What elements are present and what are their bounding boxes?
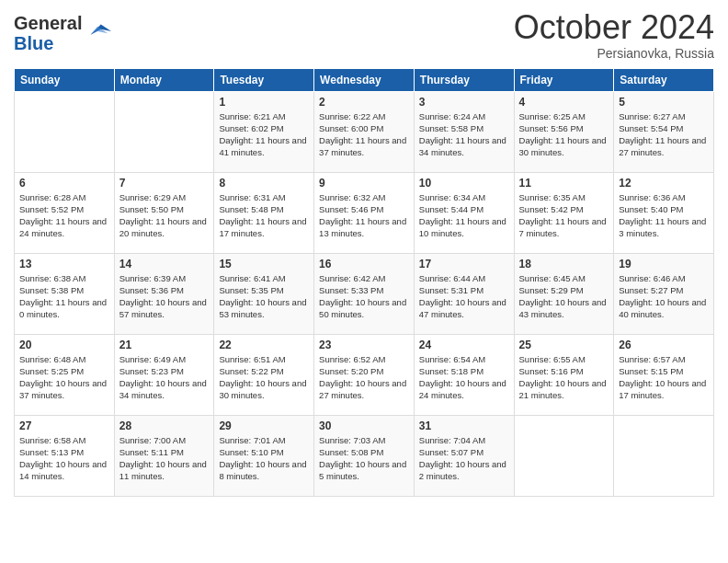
col-thursday: Thursday (414, 68, 514, 91)
day-number: 5 (619, 96, 709, 109)
day-cell (15, 91, 115, 172)
calendar-header: Sunday Monday Tuesday Wednesday Thursday… (15, 68, 714, 91)
day-info: Sunrise: 6:31 AM Sunset: 5:48 PM Dayligh… (219, 191, 309, 240)
day-cell (514, 415, 614, 496)
col-wednesday: Wednesday (314, 68, 415, 91)
day-cell: 14Sunrise: 6:39 AM Sunset: 5:36 PM Dayli… (114, 253, 214, 334)
week-row-4: 20Sunrise: 6:48 AM Sunset: 5:25 PM Dayli… (15, 334, 714, 415)
col-tuesday: Tuesday (214, 68, 314, 91)
day-cell: 3Sunrise: 6:24 AM Sunset: 5:58 PM Daylig… (414, 91, 514, 172)
day-info: Sunrise: 6:29 AM Sunset: 5:50 PM Dayligh… (119, 191, 210, 240)
day-cell: 15Sunrise: 6:41 AM Sunset: 5:35 PM Dayli… (214, 253, 314, 334)
day-info: Sunrise: 6:38 AM Sunset: 5:38 PM Dayligh… (19, 272, 109, 321)
day-info: Sunrise: 6:24 AM Sunset: 5:58 PM Dayligh… (419, 110, 509, 159)
day-cell: 13Sunrise: 6:38 AM Sunset: 5:38 PM Dayli… (15, 253, 115, 334)
day-number: 9 (319, 177, 409, 190)
day-info: Sunrise: 6:34 AM Sunset: 5:44 PM Dayligh… (419, 191, 509, 240)
day-cell: 27Sunrise: 6:58 AM Sunset: 5:13 PM Dayli… (15, 415, 115, 496)
day-cell: 23Sunrise: 6:52 AM Sunset: 5:20 PM Dayli… (314, 334, 415, 415)
col-monday: Monday (114, 68, 214, 91)
day-info: Sunrise: 7:03 AM Sunset: 5:08 PM Dayligh… (319, 434, 409, 483)
header: General Blue October 2024 Persianovka, R… (14, 9, 714, 61)
day-number: 17 (419, 258, 509, 270)
day-info: Sunrise: 6:55 AM Sunset: 5:16 PM Dayligh… (519, 353, 609, 402)
day-info: Sunrise: 6:44 AM Sunset: 5:31 PM Dayligh… (419, 272, 509, 321)
day-info: Sunrise: 6:32 AM Sunset: 5:46 PM Dayligh… (319, 191, 409, 240)
day-info: Sunrise: 6:48 AM Sunset: 5:25 PM Dayligh… (19, 353, 109, 402)
day-info: Sunrise: 6:39 AM Sunset: 5:36 PM Dayligh… (119, 272, 210, 321)
day-number: 22 (219, 339, 309, 351)
week-row-2: 6Sunrise: 6:28 AM Sunset: 5:52 PM Daylig… (15, 172, 714, 253)
day-cell: 25Sunrise: 6:55 AM Sunset: 5:16 PM Dayli… (514, 334, 614, 415)
day-cell: 5Sunrise: 6:27 AM Sunset: 5:54 PM Daylig… (614, 91, 714, 172)
title-block: October 2024 Persianovka, Russia (514, 9, 714, 61)
day-number: 18 (519, 258, 609, 270)
header-row: Sunday Monday Tuesday Wednesday Thursday… (15, 68, 714, 91)
day-info: Sunrise: 6:51 AM Sunset: 5:22 PM Dayligh… (219, 353, 309, 402)
day-cell: 16Sunrise: 6:42 AM Sunset: 5:33 PM Dayli… (314, 253, 415, 334)
day-cell: 26Sunrise: 6:57 AM Sunset: 5:15 PM Dayli… (614, 334, 714, 415)
day-cell: 31Sunrise: 7:04 AM Sunset: 5:07 PM Dayli… (414, 415, 514, 496)
col-friday: Friday (514, 68, 614, 91)
day-info: Sunrise: 6:54 AM Sunset: 5:18 PM Dayligh… (419, 353, 509, 402)
day-cell: 8Sunrise: 6:31 AM Sunset: 5:48 PM Daylig… (214, 172, 314, 253)
day-number: 1 (219, 96, 309, 109)
logo-line2: Blue (14, 33, 53, 53)
day-cell: 19Sunrise: 6:46 AM Sunset: 5:27 PM Dayli… (614, 253, 714, 334)
day-number: 2 (319, 96, 409, 109)
day-cell: 18Sunrise: 6:45 AM Sunset: 5:29 PM Dayli… (514, 253, 614, 334)
day-number: 15 (219, 258, 309, 270)
col-saturday: Saturday (614, 68, 714, 91)
day-number: 12 (619, 177, 709, 190)
day-info: Sunrise: 6:57 AM Sunset: 5:15 PM Dayligh… (619, 353, 709, 402)
calendar-body: 1Sunrise: 6:21 AM Sunset: 6:02 PM Daylig… (15, 91, 714, 496)
day-info: Sunrise: 6:36 AM Sunset: 5:40 PM Dayligh… (619, 191, 709, 240)
day-number: 3 (419, 96, 509, 109)
day-info: Sunrise: 6:49 AM Sunset: 5:23 PM Dayligh… (119, 353, 210, 402)
day-cell: 17Sunrise: 6:44 AM Sunset: 5:31 PM Dayli… (414, 253, 514, 334)
col-sunday: Sunday (15, 68, 115, 91)
month-title: October 2024 (514, 9, 714, 46)
day-info: Sunrise: 6:35 AM Sunset: 5:42 PM Dayligh… (519, 191, 609, 240)
day-number: 6 (19, 177, 109, 190)
day-cell: 30Sunrise: 7:03 AM Sunset: 5:08 PM Dayli… (314, 415, 415, 496)
day-cell: 24Sunrise: 6:54 AM Sunset: 5:18 PM Dayli… (414, 334, 514, 415)
day-number: 26 (619, 339, 709, 351)
day-info: Sunrise: 6:46 AM Sunset: 5:27 PM Dayligh… (619, 272, 709, 321)
day-cell: 21Sunrise: 6:49 AM Sunset: 5:23 PM Dayli… (114, 334, 214, 415)
day-number: 14 (119, 258, 210, 270)
day-info: Sunrise: 7:00 AM Sunset: 5:11 PM Dayligh… (119, 434, 210, 483)
day-info: Sunrise: 6:27 AM Sunset: 5:54 PM Dayligh… (619, 110, 709, 159)
day-cell: 1Sunrise: 6:21 AM Sunset: 6:02 PM Daylig… (214, 91, 314, 172)
day-number: 28 (119, 419, 210, 432)
day-number: 8 (219, 177, 309, 190)
day-cell: 7Sunrise: 6:29 AM Sunset: 5:50 PM Daylig… (114, 172, 214, 253)
week-row-1: 1Sunrise: 6:21 AM Sunset: 6:02 PM Daylig… (15, 91, 714, 172)
week-row-5: 27Sunrise: 6:58 AM Sunset: 5:13 PM Dayli… (15, 415, 714, 496)
day-info: Sunrise: 7:01 AM Sunset: 5:10 PM Dayligh… (219, 434, 309, 483)
day-number: 30 (319, 419, 409, 432)
day-info: Sunrise: 6:52 AM Sunset: 5:20 PM Dayligh… (319, 353, 409, 402)
day-cell: 4Sunrise: 6:25 AM Sunset: 5:56 PM Daylig… (514, 91, 614, 172)
day-cell: 22Sunrise: 6:51 AM Sunset: 5:22 PM Dayli… (214, 334, 314, 415)
day-info: Sunrise: 6:25 AM Sunset: 5:56 PM Dayligh… (519, 110, 609, 159)
day-number: 13 (19, 258, 109, 270)
day-number: 24 (419, 339, 509, 351)
day-cell: 9Sunrise: 6:32 AM Sunset: 5:46 PM Daylig… (314, 172, 415, 253)
day-cell: 10Sunrise: 6:34 AM Sunset: 5:44 PM Dayli… (414, 172, 514, 253)
day-cell: 20Sunrise: 6:48 AM Sunset: 5:25 PM Dayli… (15, 334, 115, 415)
day-cell: 6Sunrise: 6:28 AM Sunset: 5:52 PM Daylig… (15, 172, 115, 253)
day-number: 7 (119, 177, 210, 190)
day-cell: 12Sunrise: 6:36 AM Sunset: 5:40 PM Dayli… (614, 172, 714, 253)
day-number: 27 (19, 419, 109, 432)
day-cell: 11Sunrise: 6:35 AM Sunset: 5:42 PM Dayli… (514, 172, 614, 253)
day-info: Sunrise: 6:41 AM Sunset: 5:35 PM Dayligh… (219, 272, 309, 321)
logo: General Blue (14, 13, 111, 53)
logo-text: General Blue (14, 13, 111, 53)
day-number: 23 (319, 339, 409, 351)
day-info: Sunrise: 7:04 AM Sunset: 5:07 PM Dayligh… (419, 434, 509, 483)
day-number: 21 (119, 339, 210, 351)
day-number: 16 (319, 258, 409, 270)
logo-line1: General (14, 13, 82, 33)
day-number: 25 (519, 339, 609, 351)
